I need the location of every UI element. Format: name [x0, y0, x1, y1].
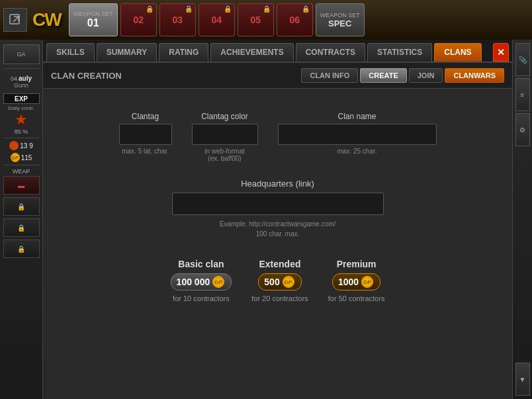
settings-icon: ⚙	[519, 126, 525, 134]
tab-rating[interactable]: RATING	[159, 43, 208, 62]
exp-label: EXP	[15, 95, 28, 103]
clan-creation-label: CLAN CREATION	[51, 71, 301, 81]
lock-icon-2: 🔒	[146, 5, 154, 13]
weapon-slot-6[interactable]: 06 🔒	[277, 3, 313, 36]
weapon-slot-2-num: 02	[133, 15, 144, 25]
tab-summary[interactable]: SUMMARY	[97, 43, 157, 62]
weapon-slot-5[interactable]: 05 🔒	[238, 3, 274, 36]
color-group: Clantag color in web-format (ex. baff00)	[192, 112, 258, 162]
weapon-slot-1-num: 01	[87, 17, 99, 29]
lock-small-icon-3: 🔒	[17, 245, 25, 253]
clantag-input[interactable]	[119, 124, 172, 145]
tabs-row: SKILLS SUMMARY RATING ACHIEVEMENTS CONTR…	[43, 40, 512, 63]
weapon-slot-4-num: 04	[211, 15, 222, 25]
extended-cost: 500 GP	[258, 273, 301, 290]
percent-label: 85 %	[15, 128, 28, 135]
clantag-group: Clantag max. 5 lat. char.	[119, 112, 172, 155]
extended-title: Extended	[259, 259, 300, 269]
gp-icon: GP	[11, 153, 20, 162]
sidebar-divider-2	[3, 138, 40, 138]
credits-value: 13 9	[20, 142, 32, 150]
sub-tab-claninfo[interactable]: CLAN INFO	[301, 68, 358, 83]
star-icon: ★	[15, 111, 28, 128]
hq-hint: Example: http://contractwarsgame.com/100…	[220, 219, 336, 239]
tab-statistics[interactable]: STATISTICS	[367, 43, 432, 62]
weapon-slot-4[interactable]: 04 🔒	[199, 3, 235, 36]
sub-tab-join[interactable]: JOIN	[409, 68, 443, 83]
basic-desc: for 10 contractors	[173, 294, 230, 302]
player-info: 04 auly Gunn	[11, 71, 32, 92]
lock-icon-5: 🔒	[263, 5, 271, 13]
player-rank-label: Gunn	[14, 82, 28, 89]
sub-tab-clanwars[interactable]: CLANWARS	[445, 68, 504, 83]
weapon-slot-6-num: 06	[289, 15, 300, 25]
tab-clans[interactable]: CLANS	[434, 43, 481, 62]
hq-label: Headquarters (link)	[241, 179, 314, 189]
tab-skills[interactable]: SKILLS	[46, 43, 95, 62]
tab-contracts[interactable]: CONTRACTS	[296, 43, 365, 62]
svg-line-1	[13, 17, 19, 22]
right-sidebar: 📎 ≡ ⚙ ▼	[512, 40, 532, 399]
clanname-hint: max. 25 char.	[278, 148, 437, 155]
color-hint: in web-format (ex. baff00)	[192, 148, 258, 162]
premium-coin-icon: GP	[361, 276, 373, 288]
lock-icon-4: 🔒	[224, 5, 232, 13]
sidebar-divider-3	[3, 165, 40, 165]
daily-label: Daily contr.	[8, 105, 34, 111]
weapon-item-4[interactable]: 🔒	[3, 240, 40, 258]
premium-amount: 1000	[338, 277, 359, 287]
basic-amount: 100 000	[177, 277, 210, 287]
weapon-item-3[interactable]: 🔒	[3, 218, 40, 237]
pricing-premium: Premium 1000 GP for 50 contractors	[328, 259, 385, 302]
premium-title: Premium	[337, 259, 377, 269]
lock-icon-3: 🔒	[185, 5, 193, 13]
right-btn-3[interactable]: ⚙	[515, 113, 530, 146]
scroll-down-icon: ▼	[519, 376, 526, 383]
color-label: Clantag color	[192, 112, 258, 121]
player-rank-num: 04	[11, 75, 17, 82]
clanname-label: Clan name	[278, 112, 437, 121]
right-btn-bottom[interactable]: ▼	[515, 363, 530, 396]
extended-amount: 500	[264, 277, 279, 287]
sidebar-tab-ga[interactable]: GA	[3, 44, 40, 64]
right-btn-2[interactable]: ≡	[515, 78, 530, 111]
weapon-item-1[interactable]: ▬	[3, 176, 40, 195]
right-btn-1[interactable]: 📎	[515, 43, 530, 76]
weapon-slot-1[interactable]: weapon set 01	[69, 3, 118, 36]
clantag-row: Clantag max. 5 lat. char. Clantag color …	[119, 112, 437, 162]
external-link-icon[interactable]	[3, 8, 27, 32]
clip-icon: 📎	[519, 56, 527, 64]
extended-coin-icon: GP	[283, 276, 294, 288]
color-input[interactable]	[192, 124, 258, 145]
lock-small-icon-1: 🔒	[17, 203, 25, 210]
cw-logo: CW	[32, 9, 61, 30]
sub-tab-create[interactable]: CREATE	[360, 68, 406, 83]
weapon-slot-3[interactable]: 03 🔒	[159, 3, 196, 36]
close-button[interactable]: ✕	[493, 43, 509, 62]
sidebar-divider-1	[3, 68, 40, 69]
form-content: Clantag max. 5 lat. char. Clantag color …	[43, 89, 512, 399]
tab-achievements[interactable]: ACHIEVEMENTS	[210, 43, 293, 62]
clanname-input[interactable]	[278, 124, 437, 145]
hq-input[interactable]	[172, 193, 384, 215]
clanname-group: Clan name max. 25 char.	[278, 112, 437, 155]
gp-row: GP 115	[11, 153, 32, 162]
star-container: ★ 85 %	[15, 111, 28, 135]
content-area: SKILLS SUMMARY RATING ACHIEVEMENTS CONTR…	[43, 40, 512, 399]
top-bar: CW weapon set 01 02 🔒 03 🔒 04 🔒 05 🔒 06 …	[0, 0, 532, 40]
pricing-basic: Basic clan 100 000 GP for 10 contractors	[171, 259, 232, 302]
weapon-slot-2[interactable]: 02 🔒	[120, 3, 157, 36]
pricing-row: Basic clan 100 000 GP for 10 contractors…	[171, 259, 385, 302]
scroll-icon: ≡	[521, 91, 525, 99]
basic-title: Basic clan	[178, 259, 224, 269]
weapon-slot-spec-val: SPEC	[328, 19, 351, 28]
pricing-extended: Extended 500 GP for 20 contractors	[251, 259, 308, 302]
left-sidebar: GA 04 auly Gunn EXP Daily contr. ★ 85 % …	[0, 40, 43, 399]
basic-cost: 100 000 GP	[171, 273, 232, 290]
form-sections-wrapper: Clantag max. 5 lat. char. Clantag color …	[56, 99, 499, 316]
weapon-slot-3-num: 03	[172, 15, 183, 25]
exp-bar: EXP	[3, 93, 40, 104]
weapon-slot-spec[interactable]: weapon set SPEC	[316, 3, 365, 36]
weapon-item-2[interactable]: 🔒	[3, 197, 40, 216]
clantag-hint: max. 5 lat. char.	[119, 148, 172, 155]
